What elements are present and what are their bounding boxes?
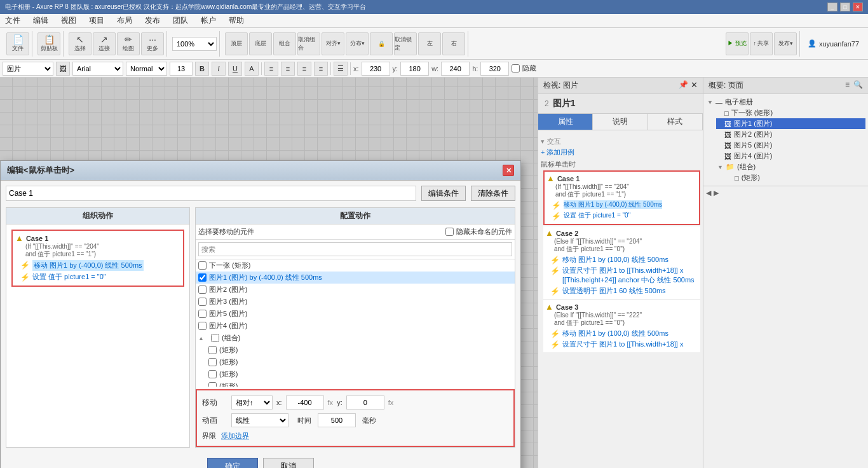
search-elements-input[interactable]: [198, 242, 512, 256]
menu-edit[interactable]: 编辑: [31, 14, 51, 27]
outline-pic1[interactable]: ▶ 🖼 图片1 (图片): [716, 118, 865, 129]
menu-view[interactable]: 视图: [58, 14, 79, 27]
align-right-btn[interactable]: ≡: [297, 62, 311, 76]
align-btn[interactable]: 对齐▾: [322, 32, 344, 55]
align-center-btn[interactable]: ≡: [281, 62, 295, 76]
group-btn[interactable]: 组合: [273, 32, 296, 55]
draw-btn[interactable]: ✏ 绘图: [117, 32, 140, 55]
bold-btn[interactable]: B: [195, 62, 209, 76]
select-btn[interactable]: ↖ 选择: [69, 32, 92, 55]
y-move-input[interactable]: [346, 396, 384, 410]
interaction-section: ▾ 交互 + 添加用例 鼠标单击时 ▲ Case 1 (If "[[This.w…: [541, 135, 700, 352]
cancel-btn[interactable]: 取消: [263, 458, 314, 468]
left-btn[interactable]: 左: [418, 32, 441, 55]
outline-group[interactable]: ▼ 📁 (组合): [716, 162, 865, 172]
edit-interaction-dialog: 编辑<鼠标单击时> ✕ 编辑条件 清除条件 组织动作: [0, 160, 521, 468]
maximize-btn[interactable]: □: [840, 3, 850, 11]
font-size-input[interactable]: [170, 62, 193, 76]
element-checkbox-pic3[interactable]: [198, 298, 207, 306]
add-case-link[interactable]: + 添加用例: [541, 148, 574, 156]
edit-condition-btn[interactable]: 编辑条件: [421, 186, 466, 201]
tab-notes[interactable]: 说明: [593, 114, 648, 130]
italic-btn[interactable]: I: [212, 62, 226, 76]
menu-help[interactable]: 帮助: [226, 14, 247, 27]
dialog-close-btn[interactable]: ✕: [503, 165, 514, 176]
underline-btn[interactable]: U: [228, 62, 242, 76]
clipboard-btn[interactable]: 📋 剪贴板: [37, 32, 60, 55]
outline-pic4[interactable]: ▶ 🖼 图片4 (图片): [716, 151, 865, 162]
outline-root[interactable]: ▼ — 电子相册: [706, 97, 865, 107]
zoom-select[interactable]: 100% 50% 75% 150% 200%: [172, 37, 217, 51]
align-left-btn[interactable]: ≡: [264, 62, 278, 76]
font-color-btn[interactable]: A: [245, 62, 259, 76]
distribute-btn[interactable]: 分布▾: [346, 32, 369, 55]
font-family-select[interactable]: Arial: [72, 62, 123, 76]
element-checkbox-rect2[interactable]: [208, 358, 217, 366]
menu-project[interactable]: 项目: [86, 14, 107, 27]
inspector-close-icon[interactable]: ✕: [691, 80, 698, 91]
image-icon-btn[interactable]: 🖼: [56, 62, 70, 76]
close-btn[interactable]: ✕: [853, 3, 863, 11]
outline-search-icon[interactable]: 🔍: [853, 80, 863, 91]
x-input[interactable]: [362, 62, 390, 76]
outline-filter-icon[interactable]: ≡: [845, 80, 850, 91]
menu-layout[interactable]: 布局: [114, 14, 135, 27]
w-input[interactable]: [441, 62, 470, 76]
menu-team[interactable]: 团队: [170, 14, 191, 27]
outline-rect[interactable]: ▶ □ (矩形): [726, 172, 865, 183]
window-controls[interactable]: _ □ ✕: [827, 3, 863, 11]
publish-btn[interactable]: 发布▾: [774, 32, 797, 55]
new-btn[interactable]: 📄 文件: [6, 32, 29, 55]
add-boundary-link[interactable]: 添加边界: [221, 431, 249, 441]
outline-pic2[interactable]: ▶ 🖼 图片2 (图片): [716, 129, 865, 140]
share-btn[interactable]: ↑ 共享: [750, 32, 773, 55]
justify-btn[interactable]: ≡: [314, 62, 328, 76]
outline-prev-btn[interactable]: ◀: [706, 189, 711, 197]
case-name-input[interactable]: [6, 186, 416, 201]
element-checkbox-next[interactable]: [198, 261, 207, 270]
font-style-select[interactable]: Normal: [126, 62, 167, 76]
top-btn[interactable]: 顶层: [225, 32, 248, 55]
lock-btn[interactable]: 🔒: [370, 32, 393, 55]
anim-type-select[interactable]: 线性 缓动: [231, 413, 288, 427]
hide-unnamed-checkbox[interactable]: [445, 228, 454, 236]
outline-next-btn[interactable]: ▶: [714, 189, 719, 197]
minimize-btn[interactable]: _: [827, 3, 837, 11]
connect-btn[interactable]: ↗ 连接: [93, 32, 116, 55]
element-checkbox-pic1[interactable]: [198, 273, 207, 282]
ungroup-btn[interactable]: 取消组合: [297, 32, 320, 55]
element-checkbox-group[interactable]: [211, 334, 219, 342]
inspector-case3-action2: ⚡ 设置尺寸于 图片1 to [[This.width+18]] x: [550, 340, 698, 349]
hidden-checkbox[interactable]: [512, 64, 520, 72]
bottom-btn[interactable]: 底层: [249, 32, 272, 55]
menu-account[interactable]: 帐户: [198, 14, 219, 27]
right-btn[interactable]: 右: [442, 32, 465, 55]
tab-style[interactable]: 样式: [648, 114, 703, 130]
menu-publish[interactable]: 发布: [142, 14, 163, 27]
element-checkbox-pic2[interactable]: [198, 286, 207, 294]
more-btn[interactable]: ··· 更多: [141, 32, 164, 55]
y-input[interactable]: [400, 62, 429, 76]
bullet-btn[interactable]: ☰: [334, 62, 348, 76]
clear-condition-btn[interactable]: 清除条件: [471, 186, 515, 201]
ok-btn[interactable]: 确定: [207, 458, 258, 468]
move-type-select[interactable]: 相对↑ 绝对: [231, 396, 273, 410]
tab-properties[interactable]: 属性: [538, 114, 593, 130]
unlock-btn[interactable]: 取消锁定: [394, 32, 417, 55]
outline-pic5[interactable]: ▶ 🖼 图片5 (图片): [716, 140, 865, 151]
dialog-case-row: 编辑条件 清除条件: [6, 186, 515, 201]
element-checkbox-rect3[interactable]: [208, 370, 217, 378]
element-checkbox-pic5[interactable]: [198, 310, 207, 318]
time-input[interactable]: [318, 413, 356, 427]
element-checkbox-rect4[interactable]: [208, 382, 217, 387]
preview-btn[interactable]: ▶ 预览: [726, 32, 749, 55]
h-input[interactable]: [480, 62, 509, 76]
search-bar: [196, 240, 515, 259]
menu-file[interactable]: 文件: [3, 14, 23, 27]
x-move-input[interactable]: [286, 396, 324, 410]
inspector-pin-icon[interactable]: 📌: [679, 80, 688, 91]
element-checkbox-rect1[interactable]: [208, 346, 217, 354]
outline-next-rect[interactable]: ▶ □ 下一张 (矩形): [716, 107, 865, 118]
component-type-select[interactable]: 图片: [3, 62, 53, 76]
element-checkbox-pic4[interactable]: [198, 322, 207, 330]
